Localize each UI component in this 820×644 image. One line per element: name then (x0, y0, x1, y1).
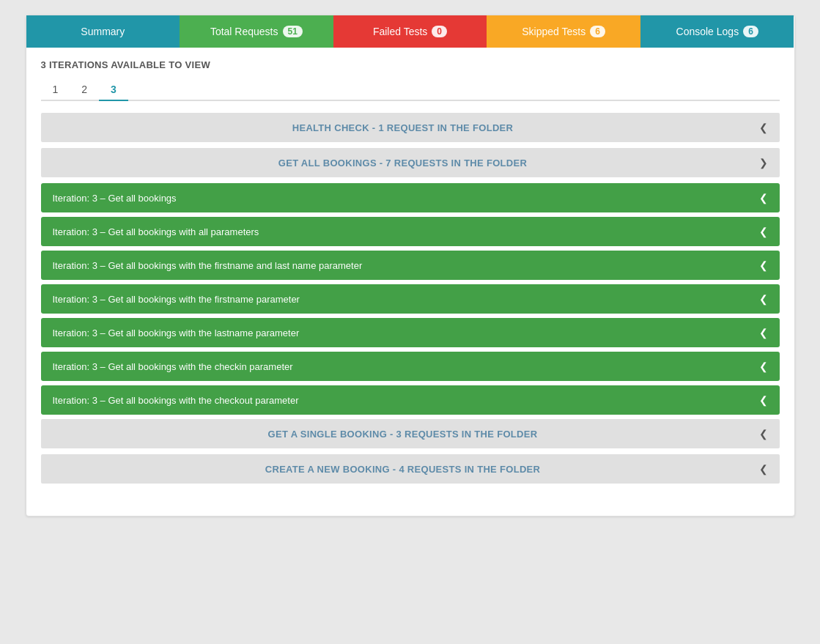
tab-summary-label: Summary (81, 26, 125, 37)
iter-tab-2[interactable]: 2 (70, 79, 99, 101)
folder-create-new-booking-title: CREATE A NEW BOOKING - 4 REQUESTS IN THE… (53, 464, 753, 475)
folder-get-single-booking[interactable]: GET A SINGLE BOOKING - 3 REQUESTS IN THE… (41, 419, 780, 448)
request-chevron-3: ❮ (759, 259, 768, 271)
tab-console-logs[interactable]: Console Logs 6 (640, 15, 794, 48)
request-chevron-2: ❮ (759, 226, 768, 237)
iter-tab-3[interactable]: 3 (99, 79, 128, 101)
folder-create-new-booking[interactable]: CREATE A NEW BOOKING - 4 REQUESTS IN THE… (41, 454, 780, 484)
request-label-4: Iteration: 3 – Get all bookings with the… (53, 294, 300, 305)
iter-tab-1[interactable]: 1 (41, 79, 70, 101)
tab-failed-tests[interactable]: Failed Tests 0 (333, 15, 487, 48)
request-label-2: Iteration: 3 – Get all bookings with all… (53, 226, 259, 237)
request-label-5: Iteration: 3 – Get all bookings with the… (53, 327, 300, 338)
request-chevron-4: ❮ (759, 293, 768, 305)
folder-get-single-booking-chevron: ❮ (759, 428, 768, 440)
request-row-5[interactable]: Iteration: 3 – Get all bookings with the… (41, 318, 780, 347)
request-chevron-5: ❮ (759, 327, 768, 338)
tab-failed-label: Failed Tests (373, 26, 427, 37)
request-label-6: Iteration: 3 – Get all bookings with the… (53, 361, 293, 372)
request-row-1[interactable]: Iteration: 3 – Get all bookings ❮ (41, 183, 780, 212)
folder-get-all-bookings-chevron: ❯ (759, 157, 768, 169)
request-label-1: Iteration: 3 – Get all bookings (53, 193, 177, 204)
request-chevron-7: ❮ (759, 394, 768, 406)
tab-total-requests[interactable]: Total Requests 51 (180, 15, 333, 48)
iteration-tabs: 1 2 3 (41, 79, 780, 101)
request-row-7[interactable]: Iteration: 3 – Get all bookings with the… (41, 385, 780, 415)
tab-skipped-label: Skipped Tests (522, 26, 586, 37)
tab-bar: Summary Total Requests 51 Failed Tests 0… (26, 15, 794, 48)
request-chevron-6: ❮ (759, 360, 768, 372)
request-row-4[interactable]: Iteration: 3 – Get all bookings with the… (41, 284, 780, 314)
folder-create-new-booking-chevron: ❮ (759, 463, 768, 475)
tab-console-badge: 6 (743, 26, 758, 37)
request-chevron-1: ❮ (759, 192, 768, 204)
folder-get-single-booking-title: GET A SINGLE BOOKING - 3 REQUESTS IN THE… (53, 429, 753, 440)
tab-summary[interactable]: Summary (26, 15, 180, 48)
content-area: 3 ITERATIONS AVAILABLE TO VIEW 1 2 3 HEA… (26, 48, 794, 501)
main-container: Summary Total Requests 51 Failed Tests 0… (26, 15, 795, 517)
request-row-3[interactable]: Iteration: 3 – Get all bookings with the… (41, 251, 780, 280)
folder-get-all-bookings[interactable]: GET ALL BOOKINGS - 7 REQUESTS IN THE FOL… (41, 148, 780, 177)
folder-health-check[interactable]: HEALTH CHECK - 1 REQUEST IN THE FOLDER ❮ (41, 113, 780, 142)
tab-total-label: Total Requests (210, 26, 278, 37)
request-row-6[interactable]: Iteration: 3 – Get all bookings with the… (41, 352, 780, 381)
request-row-2[interactable]: Iteration: 3 – Get all bookings with all… (41, 217, 780, 246)
folder-get-all-bookings-title: GET ALL BOOKINGS - 7 REQUESTS IN THE FOL… (53, 158, 753, 169)
tab-skipped-tests[interactable]: Skipped Tests 6 (487, 15, 640, 48)
tab-skipped-badge: 6 (590, 26, 605, 37)
iterations-label: 3 ITERATIONS AVAILABLE TO VIEW (41, 59, 780, 70)
request-label-7: Iteration: 3 – Get all bookings with the… (53, 395, 299, 406)
tab-total-badge: 51 (283, 26, 303, 37)
folder-health-check-title: HEALTH CHECK - 1 REQUEST IN THE FOLDER (53, 122, 753, 133)
request-label-3: Iteration: 3 – Get all bookings with the… (53, 260, 363, 271)
tab-failed-badge: 0 (432, 26, 447, 37)
tab-console-label: Console Logs (676, 26, 739, 37)
folder-health-check-chevron: ❮ (759, 122, 768, 133)
